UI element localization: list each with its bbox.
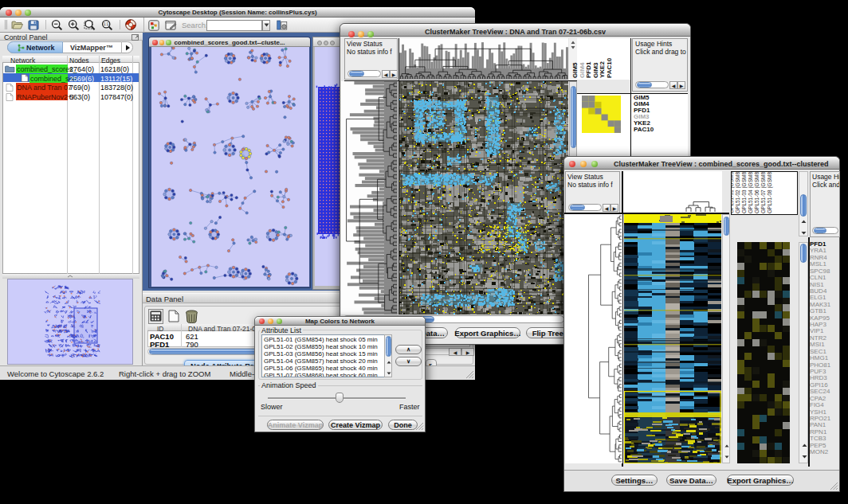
svg-text:1:1: 1:1 (104, 22, 109, 26)
